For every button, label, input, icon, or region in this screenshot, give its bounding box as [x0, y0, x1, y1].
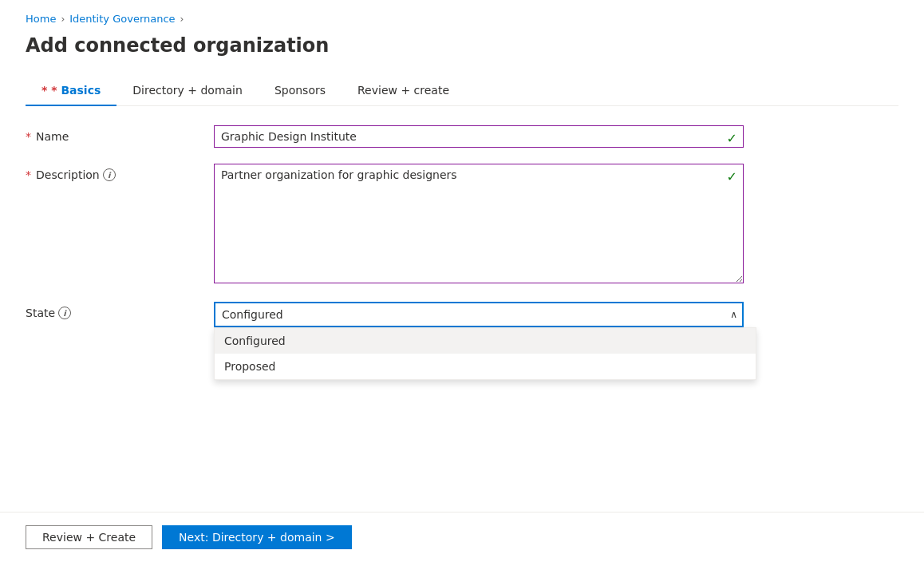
desc-required-star: *: [26, 168, 31, 181]
description-textarea[interactable]: [214, 164, 744, 283]
description-control: ✓: [214, 164, 744, 286]
tab-review-create[interactable]: Review + create: [342, 76, 465, 106]
tab-directory-domain[interactable]: Directory + domain: [116, 76, 259, 106]
state-label: State i: [26, 302, 201, 319]
breadcrumb-sep2: ›: [180, 14, 184, 25]
name-required-star: *: [26, 130, 31, 143]
state-control: Configured ∧ Configured Proposed: [214, 302, 744, 327]
tab-basics[interactable]: * Basics: [26, 76, 116, 106]
name-row: * Name ✓: [26, 125, 744, 148]
form: * Name ✓ * Description i ✓ State: [26, 125, 744, 327]
name-input[interactable]: [214, 125, 744, 148]
description-row: * Description i ✓: [26, 164, 744, 286]
name-control: ✓: [214, 125, 744, 148]
breadcrumb-home[interactable]: Home: [26, 13, 56, 25]
description-check-icon: ✓: [727, 169, 737, 184]
breadcrumb: Home › Identity Governance ›: [26, 13, 898, 25]
name-check-icon: ✓: [727, 131, 737, 146]
description-info-icon[interactable]: i: [103, 168, 116, 181]
tab-sponsors[interactable]: Sponsors: [259, 76, 342, 106]
name-label: * Name: [26, 125, 201, 143]
breadcrumb-governance[interactable]: Identity Governance: [69, 13, 175, 25]
next-button[interactable]: Next: Directory + domain >: [162, 525, 352, 549]
state-option-configured[interactable]: Configured: [215, 328, 756, 354]
state-info-icon[interactable]: i: [58, 307, 71, 319]
description-label: * Description i: [26, 164, 201, 181]
state-option-proposed[interactable]: Proposed: [215, 354, 756, 379]
state-select[interactable]: Configured: [214, 302, 744, 327]
breadcrumb-sep1: ›: [61, 14, 65, 25]
tab-bar: * Basics Directory + domain Sponsors Rev…: [26, 76, 898, 106]
state-dropdown-wrapper: Configured ∧ Configured Proposed: [214, 302, 744, 327]
page-title: Add connected organization: [26, 34, 898, 57]
review-create-button[interactable]: Review + Create: [26, 525, 152, 549]
footer: Review + Create Next: Directory + domain…: [0, 512, 924, 562]
state-dropdown-menu: Configured Proposed: [214, 327, 756, 380]
state-row: State i Configured ∧ Configured Prop: [26, 302, 744, 327]
